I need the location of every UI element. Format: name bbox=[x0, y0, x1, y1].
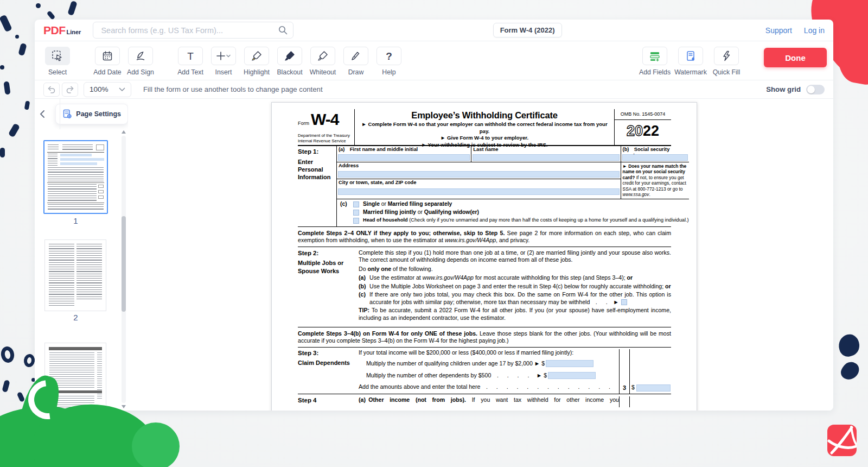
highlight-brush-icon bbox=[251, 51, 262, 61]
form-year: 2022 bbox=[615, 122, 671, 141]
step1c-label: (c) bbox=[340, 200, 353, 225]
step2-tip: TIP: To be accurate, submit a 2022 Form … bbox=[359, 307, 671, 321]
tool-add-text[interactable]: T Add Text bbox=[176, 47, 205, 76]
tool-help[interactable]: ? Help bbox=[375, 47, 403, 76]
app-header: PDF Liner Form W-4 (2022) Support Log in bbox=[35, 20, 833, 41]
city-state-zip-field[interactable] bbox=[338, 188, 620, 195]
w4-form-page: FormW-4 Department of the Treasury Inter… bbox=[271, 102, 697, 411]
step2b-marker: (b) bbox=[359, 283, 369, 291]
step3-sublabel: Claim Dependents bbox=[298, 359, 359, 367]
tool-draw[interactable]: Draw bbox=[342, 47, 370, 76]
step3-section: Step 3: Claim Dependents If your total i… bbox=[298, 347, 671, 394]
form-title: Employee’s Withholding Certificate bbox=[358, 110, 611, 121]
two-jobs-checkbox[interactable] bbox=[621, 299, 627, 305]
head-of-household-checkbox[interactable] bbox=[353, 218, 359, 224]
first-name-label: (a) First name and middle initial bbox=[339, 147, 469, 153]
married-jointly-checkbox[interactable] bbox=[353, 210, 359, 216]
page-thumbnail-1[interactable] bbox=[43, 140, 108, 214]
last-name-field[interactable] bbox=[473, 154, 619, 161]
other-dependents-amount-field[interactable] bbox=[548, 372, 596, 379]
show-grid-label: Show grid bbox=[766, 85, 801, 93]
single-filing-checkbox[interactable] bbox=[353, 201, 359, 207]
page-thumbnail-2[interactable] bbox=[44, 239, 106, 311]
step4-label: Step 4 bbox=[298, 396, 359, 407]
pages-sidebar: Page Settings bbox=[35, 99, 128, 411]
chevron-down-icon bbox=[119, 87, 125, 92]
step4a-text: (a) Other income (not from jobs). If you… bbox=[359, 396, 619, 407]
undo-button[interactable] bbox=[43, 83, 60, 97]
done-button[interactable]: Done bbox=[764, 48, 827, 67]
tool-select[interactable]: Select bbox=[43, 47, 72, 76]
login-link[interactable]: Log in bbox=[804, 26, 825, 35]
signature-pen-icon bbox=[135, 51, 146, 61]
insert-plus-icon bbox=[216, 51, 231, 61]
form-word: Form bbox=[298, 121, 309, 126]
tool-blackout[interactable]: Blackout bbox=[276, 47, 304, 76]
total-dependents-amount-field[interactable] bbox=[636, 384, 671, 392]
step3-dollar-sign: $ bbox=[631, 384, 635, 392]
step1-section: Step 1: Enter Personal Information (a) F… bbox=[298, 145, 671, 227]
pdf-logo-icon bbox=[827, 425, 857, 456]
collapse-sidebar-button[interactable] bbox=[35, 99, 50, 129]
add-fields-icon bbox=[649, 51, 660, 61]
scroll-down-arrow[interactable] bbox=[122, 405, 126, 408]
support-link[interactable]: Support bbox=[765, 26, 792, 35]
first-name-field[interactable] bbox=[338, 154, 470, 161]
step2-paragraph-1: Complete this step if you (1) hold more … bbox=[359, 249, 671, 264]
steps-3-4b-note: Complete Steps 3–4(b) on Form W-4 for on… bbox=[298, 330, 671, 345]
logo-pdf-text: PDF bbox=[43, 24, 66, 37]
tool-watermark[interactable]: Watermark bbox=[673, 47, 709, 76]
tool-highlight[interactable]: Highlight bbox=[242, 47, 271, 76]
page-number-1: 1 bbox=[43, 216, 108, 225]
city-state-zip-label: City or town, state, and ZIP code bbox=[339, 180, 619, 186]
step2c-marker: (c) bbox=[359, 291, 369, 306]
tool-quick-fill[interactable]: Quick Fill bbox=[709, 47, 744, 76]
step2-label: Step 2: bbox=[298, 249, 359, 257]
document-title-badge: Form W-4 (2022) bbox=[493, 23, 562, 37]
last-name-label: Last name bbox=[473, 147, 618, 153]
page-settings-button[interactable]: Page Settings bbox=[55, 104, 128, 124]
dept-line-2: Internal Revenue Service bbox=[298, 138, 354, 144]
editor-hint-text: Fill the form or use another tools to ch… bbox=[143, 85, 323, 93]
whiteout-brush-icon bbox=[317, 51, 328, 61]
steps-2-4-note: Complete Steps 2–4 ONLY if they apply to… bbox=[298, 230, 671, 244]
search-input[interactable] bbox=[100, 26, 278, 35]
chevron-left-icon bbox=[40, 110, 45, 118]
step3-line2-text: Multiply the number of other dependents … bbox=[366, 372, 547, 380]
step4-section: Step 4 (a) Other income (not from jobs).… bbox=[298, 394, 671, 407]
redo-button[interactable] bbox=[62, 83, 78, 97]
tool-insert[interactable]: Insert bbox=[209, 47, 238, 76]
draw-pen-icon bbox=[350, 51, 361, 61]
tool-add-sign[interactable]: Add Sign bbox=[126, 47, 155, 76]
form-header: FormW-4 Department of the Treasury Inter… bbox=[298, 109, 671, 145]
search-icon[interactable] bbox=[278, 26, 288, 35]
ssa-note: ► Does your name match the name on your … bbox=[621, 162, 689, 199]
ssn-field[interactable] bbox=[622, 154, 688, 161]
pdfliner-logo[interactable]: PDF Liner bbox=[43, 24, 81, 37]
header-center: Form W-4 (2022) bbox=[293, 23, 761, 37]
thumbnail-preview bbox=[47, 144, 104, 210]
step3-line1-text: Multiply the number of qualifying childr… bbox=[366, 360, 545, 368]
tool-add-date[interactable]: Add Date bbox=[93, 47, 122, 76]
step3-label: Step 3: bbox=[298, 349, 359, 357]
search-bar[interactable] bbox=[93, 22, 293, 39]
qualifying-children-amount-field[interactable] bbox=[546, 360, 593, 367]
select-icon bbox=[52, 50, 63, 62]
watermark-icon bbox=[685, 51, 696, 61]
app-window: PDF Liner Form W-4 (2022) Support Log in bbox=[35, 20, 833, 411]
blackout-brush-icon bbox=[284, 51, 295, 61]
chevron-down-icon bbox=[227, 55, 230, 57]
help-icon: ? bbox=[386, 51, 392, 61]
omb-number: OMB No. 1545-0074 bbox=[615, 109, 671, 120]
step1-label: Step 1: bbox=[298, 148, 335, 156]
step3-line3-text: Add the amounts above and enter the tota… bbox=[359, 382, 619, 393]
form-name: W-4 bbox=[311, 110, 339, 128]
document-canvas: FormW-4 Department of the Treasury Inter… bbox=[128, 99, 833, 411]
address-field[interactable] bbox=[338, 171, 620, 178]
tool-add-fields[interactable]: Add Fields bbox=[637, 47, 673, 76]
zoom-level-select[interactable]: 100% bbox=[84, 82, 131, 97]
show-grid-toggle[interactable] bbox=[806, 85, 825, 94]
tool-whiteout[interactable]: Whiteout bbox=[309, 47, 337, 76]
scroll-up-arrow[interactable] bbox=[122, 130, 126, 134]
sidebar-scrollbar-thumb[interactable] bbox=[122, 216, 126, 312]
